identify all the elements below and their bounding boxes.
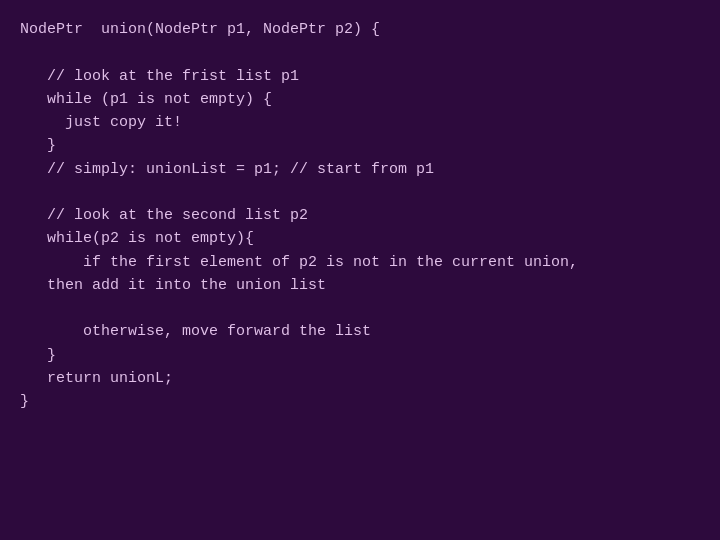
code-line	[20, 41, 700, 64]
code-line: }	[20, 344, 700, 367]
code-line	[20, 181, 700, 204]
code-line: return unionL;	[20, 367, 700, 390]
code-line: NodePtr union(NodePtr p1, NodePtr p2) {	[20, 18, 700, 41]
code-line: // look at the frist list p1	[20, 65, 700, 88]
code-block: NodePtr union(NodePtr p1, NodePtr p2) { …	[0, 0, 720, 540]
code-line: // simply: unionList = p1; // start from…	[20, 158, 700, 181]
code-line: then add it into the union list	[20, 274, 700, 297]
code-line: while (p1 is not empty) {	[20, 88, 700, 111]
code-line: }	[20, 390, 700, 413]
code-line: otherwise, move forward the list	[20, 320, 700, 343]
code-line: }	[20, 134, 700, 157]
code-line: just copy it!	[20, 111, 700, 134]
code-line: if the first element of p2 is not in the…	[20, 251, 700, 274]
code-line: while(p2 is not empty){	[20, 227, 700, 250]
code-line: // look at the second list p2	[20, 204, 700, 227]
code-line	[20, 297, 700, 320]
